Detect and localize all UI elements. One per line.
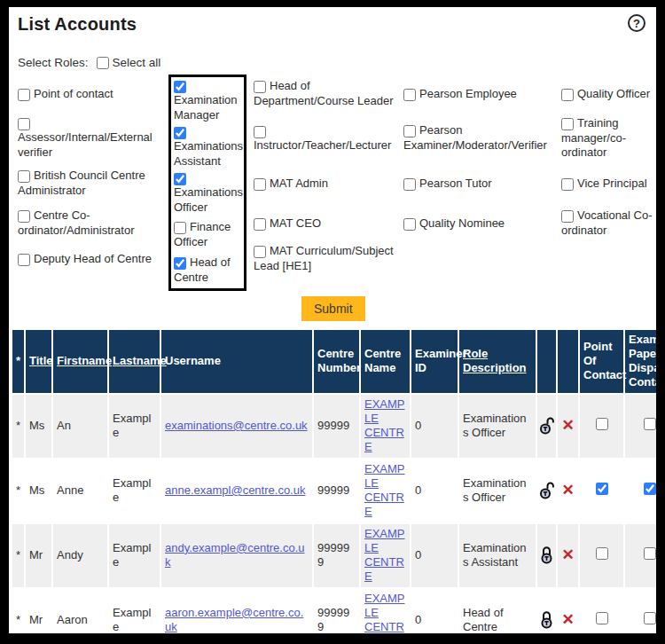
role-description-cell: Examinations Officer — [459, 395, 536, 458]
role-checkbox-examinations-officer[interactable]: Examinations Officer — [174, 171, 241, 216]
point-of-contact-checkbox[interactable] — [596, 483, 608, 495]
select-all-input[interactable] — [97, 57, 109, 69]
select-roles-row: Select Roles: Select all — [18, 56, 656, 69]
title-cell: Mr — [26, 589, 51, 633]
examiner-id-cell: 0 — [411, 395, 458, 458]
point-of-contact-checkbox[interactable] — [596, 547, 608, 560]
col-point-of-contact: Point Of Contact — [580, 330, 623, 393]
role-checkbox-instructor[interactable]: Instructor/Teacher/Lecturer — [254, 114, 399, 163]
table-row: * Mr Andy Example andy.example@centre.co… — [12, 524, 656, 587]
role-description-cell: Examinations Assistant — [459, 524, 536, 587]
lock-icon[interactable] — [539, 546, 554, 565]
role-checkbox-mat-admin[interactable]: MAT Admin — [254, 163, 399, 204]
select-all-checkbox[interactable]: Select all — [97, 56, 161, 69]
centre-name-link[interactable]: EXAMPLE CENTRE — [364, 462, 405, 519]
col-required: * — [12, 330, 24, 393]
role-description-cell: Examinations Officer — [459, 459, 536, 522]
table-row: * Mr Aaron Example aaron.example@centre.… — [12, 589, 656, 633]
delete-x-icon[interactable]: ✕ — [561, 547, 574, 562]
title-cell: Mr — [26, 524, 51, 587]
dispatch-contact-checkbox[interactable] — [644, 612, 656, 624]
col-lock — [537, 330, 556, 393]
select-roles-label: Select Roles: — [18, 56, 89, 69]
role-checkbox-mat-ceo[interactable]: MAT CEO — [254, 204, 399, 243]
role-checkbox-vice-principal[interactable]: Vice Principal — [561, 163, 655, 204]
col-firstname-sort[interactable]: Firstname — [53, 330, 107, 393]
unlock-icon[interactable] — [539, 416, 554, 436]
accounts-table: * Title Firstname Lastname Username Cent… — [11, 328, 656, 633]
point-of-contact-checkbox[interactable] — [596, 612, 608, 624]
firstname-cell: Anne — [53, 459, 107, 522]
point-of-contact-checkbox[interactable] — [596, 418, 608, 430]
examiner-id-cell: 0 — [411, 589, 458, 633]
dispatch-contact-checkbox[interactable] — [644, 483, 656, 495]
required-flag: * — [12, 524, 24, 587]
role-checkbox-pearson-examiner[interactable]: Pearson Examiner/Moderator/Verifier — [403, 114, 554, 163]
col-lastname-sort[interactable]: Lastname — [109, 330, 160, 393]
firstname-cell: Andy — [53, 524, 107, 587]
role-checkbox-quality-nominee[interactable]: Quality Nominee — [403, 204, 554, 243]
role-checkbox-head-of-department[interactable]: Head of Department/Course Leader — [254, 75, 399, 114]
role-checkbox-centre-coordinator[interactable]: Centre Co-ordinator/Administrator — [18, 204, 165, 243]
col-centre-number: Centre Number — [314, 330, 359, 393]
dispatch-contact-checkbox[interactable] — [644, 547, 656, 560]
delete-x-icon[interactable]: ✕ — [561, 612, 574, 627]
username-link[interactable]: aaron.example@centre.co.uk — [165, 606, 303, 633]
role-checkbox-assessor[interactable]: Assessor/Internal/External verifier — [18, 114, 165, 163]
delete-x-icon[interactable]: ✕ — [561, 483, 574, 498]
centre-number-cell: 99999 — [314, 459, 359, 522]
role-checkbox-british-council[interactable]: British Council Centre Administrator — [18, 163, 165, 204]
required-flag: * — [12, 459, 24, 522]
help-icon[interactable]: ? — [628, 14, 645, 32]
roles-column-2-highlighted: Examination Manager Examinations Assista… — [168, 75, 246, 291]
role-checkbox-finance-officer[interactable]: Finance Officer — [174, 216, 241, 255]
role-checkbox-examination-manager[interactable]: Examination Manager — [174, 79, 241, 123]
username-link[interactable]: examinations@centre.co.uk — [165, 419, 308, 432]
role-checkbox-head-of-centre[interactable]: Head of Centre — [174, 255, 241, 287]
examiner-id-cell: 0 — [411, 459, 458, 522]
role-checkbox-point-of-contact[interactable]: Point of contact — [18, 75, 165, 114]
role-checkbox-training-manager[interactable]: Training manager/co-ordinator — [561, 114, 655, 163]
firstname-cell: Aaron — [53, 589, 107, 633]
lock-icon[interactable] — [539, 610, 554, 630]
lastname-cell: Example — [109, 459, 160, 522]
roles-column-3: Head of Department/Course Leader Instruc… — [254, 75, 399, 291]
content-area: List Accounts ? Select Roles: Select all… — [9, 7, 656, 633]
lastname-cell: Example — [109, 589, 160, 633]
lastname-cell: Example — [109, 395, 160, 458]
table-header-row: * Title Firstname Lastname Username Cent… — [12, 330, 656, 393]
col-delete — [558, 330, 578, 393]
centre-number-cell: 999999 — [314, 589, 359, 633]
col-exam-paper-dispatch: Exam Paper Dispatch Contact — [625, 330, 656, 393]
col-title-sort[interactable]: Title — [26, 330, 51, 393]
examiner-id-cell: 0 — [411, 524, 458, 587]
col-role-description-sort[interactable]: Role Description — [459, 330, 536, 393]
role-checkbox-examinations-assistant[interactable]: Examinations Assistant — [174, 123, 241, 171]
role-checkbox-mat-curriculum[interactable]: MAT Curriculum/Subject Lead [HE1] — [254, 243, 399, 275]
table-row: * Ms Anne Example anne.exampl@centre.co.… — [12, 459, 656, 522]
unlock-icon[interactable] — [539, 481, 554, 500]
role-checkbox-pearson-employee[interactable]: Pearson Employee — [403, 75, 554, 114]
centre-number-cell: 99999 — [314, 395, 359, 458]
roles-column-4: Pearson Employee Pearson Examiner/Modera… — [403, 75, 554, 291]
centre-number-cell: 999999 — [314, 524, 359, 587]
select-all-label: Select all — [113, 56, 161, 69]
role-checkbox-deputy-head[interactable]: Deputy Head of Centre — [18, 243, 165, 275]
page-title: List Accounts — [18, 14, 647, 35]
roles-filter-grid: Point of contact Assessor/Internal/Exter… — [18, 75, 656, 291]
centre-name-link[interactable]: EXAMPLE CENTRE — [364, 397, 405, 454]
role-checkbox-quality-officer[interactable]: Quality Officer — [561, 75, 655, 114]
required-flag: * — [12, 589, 24, 633]
firstname-cell: An — [53, 395, 107, 458]
centre-name-link[interactable]: EXAMPLE CENTRE — [364, 592, 405, 633]
username-link[interactable]: anne.exampl@centre.co.uk — [165, 483, 305, 497]
username-link[interactable]: andy.example@centre.co.uk — [165, 541, 305, 569]
delete-x-icon[interactable]: ✕ — [561, 418, 574, 433]
submit-button[interactable]: Submit — [301, 296, 365, 321]
role-checkbox-pearson-tutor[interactable]: Pearson Tutor — [403, 163, 554, 204]
table-row: * Ms An Example examinations@centre.co.u… — [12, 395, 656, 458]
role-checkbox-vocational-coordinator[interactable]: Vocational Co-ordinator — [561, 204, 655, 243]
title-cell: Ms — [26, 459, 51, 522]
centre-name-link[interactable]: EXAMPLE CENTRE — [364, 527, 405, 584]
dispatch-contact-checkbox[interactable] — [644, 418, 656, 430]
